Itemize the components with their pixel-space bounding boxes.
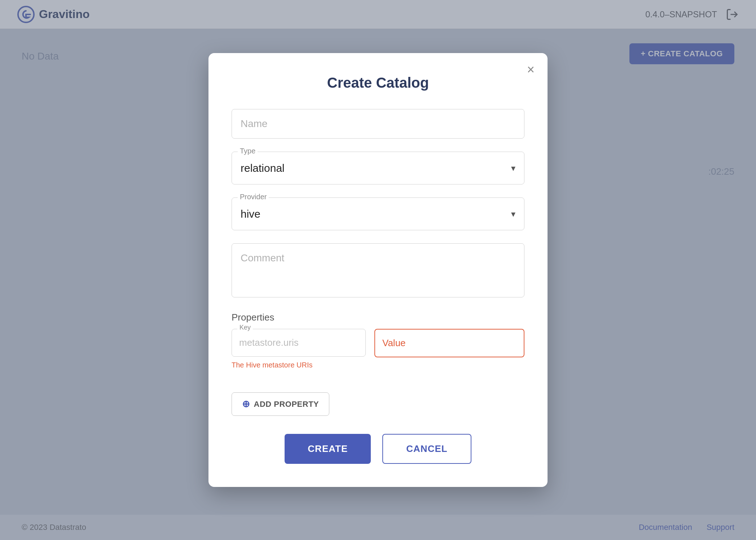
cancel-button[interactable]: CANCEL (382, 434, 471, 464)
type-select-wrapper: Type relational file messaging ▾ (232, 152, 524, 184)
create-button[interactable]: CREATE (285, 434, 371, 464)
add-property-label: ADD PROPERTY (254, 400, 319, 409)
type-select[interactable]: relational file messaging (232, 152, 524, 184)
provider-label: Provider (238, 193, 269, 201)
type-label: Type (238, 147, 258, 155)
type-field: Type relational file messaging ▾ (232, 152, 524, 184)
properties-section: Properties Key The Hive metastore URIs (232, 312, 524, 369)
close-button[interactable]: × (527, 63, 535, 76)
modal-overlay: × Create Catalog Type relational file me… (0, 0, 756, 540)
properties-row: Key (232, 329, 524, 357)
modal-title: Create Catalog (232, 75, 524, 91)
property-key-input[interactable] (232, 329, 366, 357)
add-property-button[interactable]: ⊕ ADD PROPERTY (232, 392, 329, 416)
property-key-wrapper: Key (232, 329, 366, 357)
provider-select-wrapper: Provider hive iceberg mysql postgresql ▾ (232, 197, 524, 230)
property-key-label: Key (237, 324, 253, 331)
comment-textarea[interactable] (232, 243, 524, 297)
provider-select[interactable]: hive iceberg mysql postgresql (232, 198, 524, 230)
create-catalog-modal: × Create Catalog Type relational file me… (208, 53, 548, 487)
properties-label: Properties (232, 312, 524, 323)
name-field (232, 109, 524, 139)
name-input[interactable] (232, 109, 524, 139)
provider-field: Provider hive iceberg mysql postgresql ▾ (232, 197, 524, 230)
property-value-input[interactable] (374, 329, 524, 357)
modal-actions: CREATE CANCEL (232, 434, 524, 464)
property-hint: The Hive metastore URIs (232, 361, 524, 369)
add-property-icon: ⊕ (242, 399, 250, 410)
comment-field (232, 243, 524, 299)
